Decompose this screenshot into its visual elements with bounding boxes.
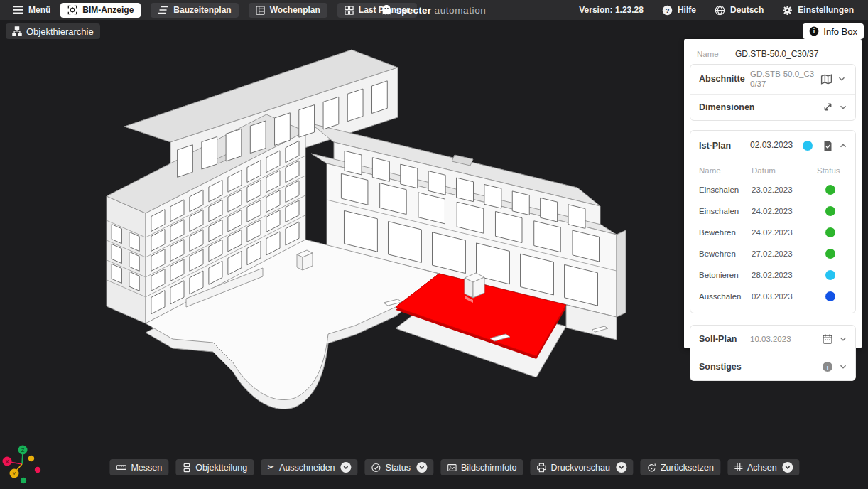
zuruecksetzen-button[interactable]: Zurücksetzen — [640, 459, 720, 475]
object-name-label: Name — [697, 50, 735, 58]
menu-button[interactable]: Menü — [13, 3, 50, 18]
calendar-icon — [820, 333, 835, 345]
language-button[interactable]: Deutsch — [715, 3, 764, 18]
messen-button[interactable]: Messen — [109, 459, 168, 475]
plan-card: Soll-Plan 10.03.2023 Sonstiges i — [690, 325, 856, 381]
soll-plan-row[interactable]: Soll-Plan 10.03.2023 — [690, 326, 855, 353]
achsen-button[interactable]: Achsen — [727, 459, 800, 475]
axis-neg-y-dot[interactable] — [28, 456, 34, 461]
ausschneiden-dropdown[interactable] — [341, 462, 352, 473]
ist-plan-table: Name Datum Status Einschalen 23.02.2023 … — [690, 161, 855, 313]
table-row: Betonieren 28.02.2023 — [699, 264, 848, 286]
hierarchy-tree-icon — [12, 26, 22, 36]
objektteilung-button[interactable]: Objektteilung — [175, 459, 254, 475]
object-name-row: Name GD.STB-50.0_C30/37 — [690, 45, 856, 64]
ghost-logo-icon — [382, 4, 391, 16]
document-check-icon — [820, 140, 835, 151]
ist-plan-card: Ist-Plan 02.03.2023 Name Datum Status — [690, 130, 856, 313]
bildschirmfoto-button[interactable]: Bildschirmfoto — [440, 459, 523, 475]
table-row: Bewehren 24.02.2023 — [699, 222, 848, 243]
viewer-toolbar: Messen Objektteilung ✂ Ausschneiden Stat… — [109, 459, 799, 475]
info-circle-icon: i — [820, 361, 835, 372]
hamburger-icon — [13, 6, 23, 14]
map-icon — [818, 73, 834, 85]
status-check-icon — [371, 463, 381, 473]
abschnitte-row[interactable]: Abschnitte GD.STB-50.0_C30/37 — [690, 65, 855, 94]
axis-neg-z-dot[interactable] — [21, 478, 26, 483]
axis-y-handle[interactable]: Y — [10, 469, 19, 478]
axes-gizmo[interactable]: Z X Y — [1, 441, 46, 486]
scissors-icon: ✂ — [267, 462, 275, 473]
svg-text:X: X — [5, 458, 9, 465]
ruler-icon — [116, 462, 126, 473]
week-list-icon — [256, 6, 265, 15]
split-object-icon — [182, 463, 191, 473]
status-dot — [825, 185, 835, 195]
table-header: Name Datum Status — [699, 162, 848, 179]
grid-icon — [345, 6, 354, 15]
table-row: Bewehren 27.02.2023 — [699, 243, 848, 264]
globe-icon — [715, 5, 725, 16]
info-icon: i — [809, 26, 819, 36]
object-name-value: GD.STB-50.0_C30/37 — [735, 49, 818, 59]
help-icon: ? — [662, 5, 673, 16]
table-row: Einschalen 23.02.2023 — [699, 179, 848, 200]
status-dot — [825, 206, 835, 216]
brand-logo: specter automation — [382, 4, 487, 16]
svg-text:i: i — [813, 28, 815, 35]
ausschneiden-button[interactable]: ✂ Ausschneiden — [261, 459, 357, 475]
axis-x-handle[interactable]: X — [3, 457, 12, 466]
printer-icon — [537, 463, 547, 473]
status-dot — [825, 249, 835, 259]
tab-wochenplan[interactable]: Wochenplan — [249, 3, 327, 18]
sonstiges-row[interactable]: Sonstiges i — [690, 353, 855, 380]
info-box-button[interactable]: i Info Box — [803, 23, 864, 39]
status-dot — [825, 270, 835, 280]
gantt-lines-icon — [158, 6, 168, 14]
axes-grid-icon — [734, 463, 743, 472]
bim-view-icon — [67, 5, 77, 15]
status-dot — [825, 291, 835, 301]
druckvorschau-dropdown[interactable] — [616, 462, 626, 473]
tab-bauzeitenplan[interactable]: Bauzeitenplan — [151, 3, 238, 18]
sections-card: Abschnitte GD.STB-50.0_C30/37 Dimensione… — [690, 64, 856, 121]
expand-diagonal-icon — [820, 102, 835, 112]
chevron-down-icon[interactable] — [835, 362, 848, 372]
table-row: Einschalen 24.02.2023 — [699, 200, 848, 222]
info-panel: Name GD.STB-50.0_C30/37 Abschnitte GD.ST… — [684, 39, 862, 348]
table-row: Ausschalen 02.03.2023 — [699, 286, 848, 307]
chevron-down-icon[interactable] — [835, 102, 848, 112]
chevron-up-icon[interactable] — [835, 141, 848, 151]
chevron-down-icon[interactable] — [835, 334, 848, 344]
svg-text:?: ? — [666, 6, 670, 14]
ist-plan-header[interactable]: Ist-Plan 02.03.2023 — [690, 131, 855, 161]
status-dot — [825, 227, 835, 237]
screenshot-icon — [447, 463, 457, 473]
bim-viewer-stage: Menü BIM-Anzeige Bauzeitenplan — [0, 0, 868, 489]
reset-icon — [646, 463, 656, 473]
settings-button[interactable]: Einstellungen — [782, 3, 854, 18]
chevron-down-icon[interactable] — [834, 74, 847, 84]
dimensionen-row[interactable]: Dimensionen — [690, 94, 855, 120]
druckvorschau-button[interactable]: Druckvorschau — [531, 459, 633, 475]
svg-text:Y: Y — [12, 471, 16, 477]
status-dropdown[interactable] — [416, 462, 427, 473]
top-menu-bar: Menü BIM-Anzeige Bauzeitenplan — [0, 0, 868, 20]
help-button[interactable]: ? Hilfe — [662, 3, 696, 18]
svg-text:Z: Z — [21, 447, 25, 453]
status-dot — [803, 141, 813, 151]
axis-z-handle[interactable]: Z — [18, 446, 28, 455]
gear-icon — [782, 5, 793, 16]
tab-bim-anzeige[interactable]: BIM-Anzeige — [60, 3, 141, 18]
version-label: Version: 1.23.28 — [579, 5, 644, 15]
status-button[interactable]: Status — [365, 459, 433, 475]
object-hierarchy-button[interactable]: Objekthierarchie — [6, 23, 100, 39]
svg-text:i: i — [827, 362, 829, 370]
axis-neg-x-dot[interactable] — [35, 467, 40, 473]
achsen-dropdown[interactable] — [783, 462, 793, 473]
